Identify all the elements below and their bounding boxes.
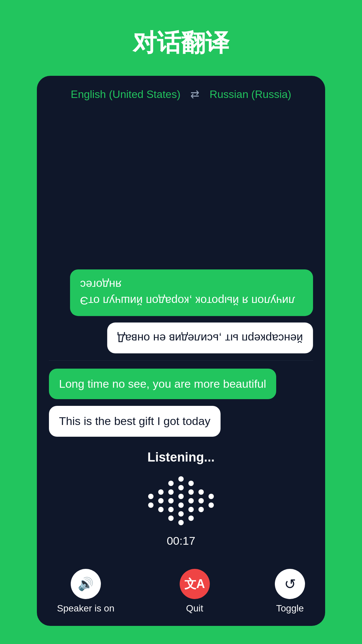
lang-left[interactable]: English (United States)	[71, 88, 180, 101]
dot	[198, 489, 204, 495]
speaker-label: Speaker is on	[57, 603, 114, 614]
swap-icon[interactable]: ⇄	[190, 88, 199, 101]
dot	[178, 502, 184, 508]
wave-col-4	[178, 476, 184, 525]
dot	[178, 485, 184, 490]
wave-col-5	[188, 481, 194, 521]
message-russian-gift: Это лучший подарок, который я получил се…	[70, 269, 313, 316]
toggle-icon: ↺	[284, 576, 296, 592]
toggle-button[interactable]: ↺	[275, 569, 305, 599]
wave-col-2	[158, 489, 164, 512]
dot	[168, 498, 174, 503]
dot	[158, 507, 164, 512]
listening-label: Listening...	[147, 450, 215, 465]
speaker-control[interactable]: 🔊 Speaker is on	[57, 569, 114, 614]
dot	[148, 502, 154, 508]
messages-bottom-area: Long time no see, you are more beautiful…	[37, 361, 325, 440]
wave-col-1	[148, 494, 154, 508]
dot	[188, 489, 194, 495]
dot	[168, 489, 174, 495]
wave-col-7	[208, 494, 214, 508]
dot	[208, 502, 214, 508]
message-english-longsee: Long time no see, you are more beautiful	[49, 369, 276, 399]
timer-display: 00:17	[167, 534, 195, 547]
speaker-button[interactable]: 🔊	[71, 569, 101, 599]
dot	[178, 520, 184, 525]
dot	[178, 511, 184, 517]
dot	[158, 498, 164, 503]
wave-col-3	[168, 481, 174, 521]
waveform	[148, 474, 214, 528]
toggle-control[interactable]: ↺ Toggle	[275, 569, 305, 614]
language-header: English (United States) ⇄ Russian (Russi…	[37, 76, 325, 111]
quit-button[interactable]: 文A	[180, 569, 210, 599]
translate-icon: 文A	[184, 576, 205, 592]
main-card: English (United States) ⇄ Russian (Russi…	[37, 76, 325, 626]
dot	[168, 507, 174, 512]
dot	[168, 481, 174, 486]
dot	[178, 494, 184, 499]
dot	[168, 516, 174, 521]
app-title: 对话翻译	[133, 27, 229, 59]
dot	[178, 476, 184, 482]
message-russian-longsee: Давно не виделись, ты прекрасней	[107, 323, 313, 354]
dot	[188, 498, 194, 503]
dot	[198, 498, 204, 503]
dot	[198, 507, 204, 512]
lang-right[interactable]: Russian (Russia)	[209, 88, 291, 101]
bottom-controls: 🔊 Speaker is on 文A Quit ↺ Toggle	[37, 562, 325, 626]
toggle-label: Toggle	[276, 603, 304, 614]
speaker-icon: 🔊	[78, 577, 94, 591]
message-english-gift: This is the best gift I got today	[49, 406, 221, 437]
dot	[188, 481, 194, 486]
quit-label: Quit	[186, 603, 203, 614]
dot	[188, 507, 194, 512]
listening-section: Listening...	[37, 440, 325, 562]
wave-col-6	[198, 489, 204, 512]
quit-control[interactable]: 文A Quit	[180, 569, 210, 614]
dot	[208, 494, 214, 499]
dot	[148, 494, 154, 499]
messages-top-area: Это лучший подарок, который я получил се…	[37, 111, 325, 360]
dot	[188, 516, 194, 521]
dot	[158, 489, 164, 495]
